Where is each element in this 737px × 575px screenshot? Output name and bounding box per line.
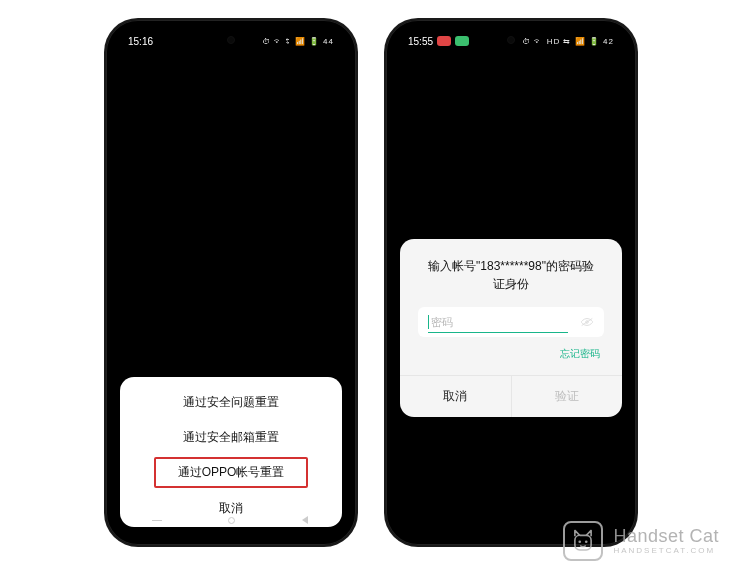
dialog-cancel-button[interactable]: 取消 — [400, 376, 511, 417]
watermark-title: Handset Cat — [613, 527, 719, 547]
svg-point-3 — [579, 541, 582, 544]
watermark-subtitle: HANDSETCAT.COM — [613, 547, 719, 556]
recents-icon[interactable] — [152, 515, 162, 525]
reset-via-security-question[interactable]: 通过安全问题重置 — [120, 385, 342, 420]
status-icons: ⏱ ᯤ ⇆ 📶 🔋 44 — [262, 37, 334, 46]
reset-via-oppo-account[interactable]: 通过OPPO帐号重置 — [154, 457, 308, 488]
activity-indicator-icon — [455, 36, 469, 46]
reset-options-sheet: 通过安全问题重置 通过安全邮箱重置 通过OPPO帐号重置 取消 — [120, 377, 342, 527]
dialog-confirm-button[interactable]: 验证 — [511, 376, 623, 417]
android-navbar — [120, 515, 342, 525]
password-field-wrap[interactable] — [418, 307, 604, 337]
status-icons: ⏱ ᯤ HD ⇆ 📶 🔋 42 — [522, 37, 614, 46]
back-icon[interactable] — [300, 515, 310, 525]
status-time: 15:16 — [128, 36, 153, 47]
reset-via-email[interactable]: 通过安全邮箱重置 — [120, 420, 342, 455]
front-camera — [227, 36, 235, 44]
password-verify-dialog: 输入帐号"183******98"的密码验证身份 忘记密码 取消 — [400, 239, 622, 417]
text-cursor — [428, 315, 429, 329]
watermark-logo-icon — [563, 521, 603, 561]
password-input[interactable] — [431, 316, 580, 328]
front-camera — [507, 36, 515, 44]
svg-point-4 — [585, 541, 588, 544]
phone-left: 15:16 ⏱ ᯤ ⇆ 📶 🔋 44 通过安全问题重置 通过安全邮箱重置 通过O… — [106, 20, 356, 545]
recording-indicator-icon — [437, 36, 451, 46]
visibility-toggle-icon[interactable] — [580, 317, 594, 327]
dialog-title: 输入帐号"183******98"的密码验证身份 — [400, 257, 622, 307]
home-icon[interactable] — [226, 515, 236, 525]
status-time: 15:55 — [408, 36, 433, 47]
svg-rect-2 — [575, 535, 591, 550]
watermark: Handset Cat HANDSETCAT.COM — [563, 521, 719, 561]
forgot-password-link[interactable]: 忘记密码 — [560, 348, 600, 359]
phone-right: 15:55 ⏱ ᯤ HD ⇆ 📶 🔋 42 输入帐号"183******98"的… — [386, 20, 636, 545]
input-underline — [428, 332, 568, 333]
